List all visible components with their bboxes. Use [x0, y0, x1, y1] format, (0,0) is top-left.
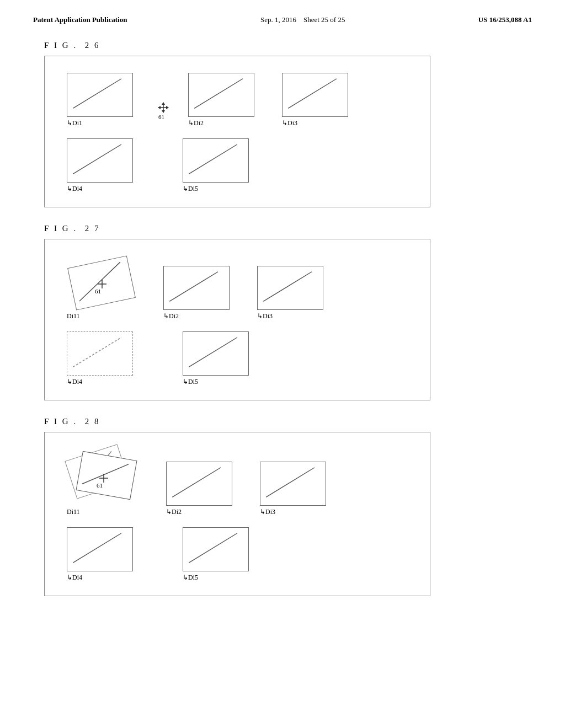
figure-28-section: F I G . 2 8	[33, 417, 532, 596]
fig26-di4-label: ↳Di4	[67, 185, 82, 193]
fig26-di1: ↳Di1	[67, 73, 138, 127]
header-date: Sep. 1, 2016 Sheet 25 of 25	[260, 15, 345, 24]
svg-line-25	[189, 533, 237, 563]
svg-line-24	[73, 533, 121, 563]
fig28-di5-label: ↳Di5	[183, 574, 198, 582]
svg-line-7	[194, 79, 243, 109]
fig28-di3-label: ↳Di3	[260, 508, 275, 516]
svg-marker-4	[162, 110, 165, 113]
header-patent-number: US 16/253,088 A1	[478, 15, 532, 24]
figure-26-label: F I G . 2 6	[44, 41, 532, 50]
svg-line-23	[266, 468, 315, 497]
svg-marker-5	[158, 106, 161, 109]
fig27-di2-label: ↳Di2	[163, 312, 179, 320]
fig27-di3-label: ↳Di3	[257, 312, 273, 320]
figure-26-section: F I G . 2 6 ↳Di1	[33, 41, 532, 207]
fig26-di3-label: ↳Di3	[282, 119, 297, 127]
figure-27-box: 61 Di11 ↳Di2	[44, 239, 430, 400]
fig28-di11-label: Di11	[67, 508, 80, 516]
fig26-di5: ↳Di5	[183, 138, 254, 193]
svg-line-16	[73, 338, 121, 367]
svg-line-9	[73, 144, 121, 174]
svg-line-0	[73, 79, 121, 109]
svg-line-10	[189, 144, 237, 174]
fig28-di4-label: ↳Di4	[67, 574, 82, 582]
fig27-di11-label: Di11	[67, 312, 80, 320]
fig27-di5: ↳Di5	[183, 331, 254, 386]
fig28-di4: ↳Di4	[67, 527, 138, 582]
fig28-di2-label: ↳Di2	[166, 508, 182, 516]
svg-marker-3	[162, 102, 165, 105]
figure-27-label: F I G . 2 7	[44, 224, 532, 233]
page-header: Patent Application Publication Sep. 1, 2…	[0, 0, 565, 30]
fig27-di4: ↳Di4	[67, 331, 138, 386]
fig28-di3: ↳Di3	[260, 462, 332, 516]
fig27-di3: ↳Di3	[257, 266, 329, 320]
header-left: Patent Application Publication	[33, 15, 127, 24]
figure-28-box: 61 Di11 ↳Di2	[44, 432, 430, 596]
fig27-di11: 61 Di11	[67, 256, 147, 320]
svg-marker-6	[166, 106, 169, 109]
figure-28-label: F I G . 2 8	[44, 417, 532, 426]
fig27-di2: ↳Di2	[163, 266, 235, 320]
fig26-di1-label: ↳Di1	[67, 119, 82, 127]
svg-line-8	[288, 79, 337, 109]
fig26-di2-label: ↳Di2	[188, 119, 204, 127]
fig26-di5-label: ↳Di5	[183, 185, 198, 193]
fig26-di4: ↳Di4	[67, 138, 138, 193]
page-content: F I G . 2 6 ↳Di1	[0, 30, 565, 624]
figure-27-section: F I G . 2 7	[33, 224, 532, 400]
fig28-di11: 61 Di11	[67, 449, 150, 516]
fig26-di3: ↳Di3	[282, 73, 354, 127]
svg-line-14	[169, 272, 218, 302]
svg-line-15	[263, 272, 312, 302]
figure-26-box: ↳Di1 61	[44, 56, 430, 207]
fig26-di2: ↳Di2	[188, 73, 260, 127]
fig27-di4-label: ↳Di4	[67, 378, 82, 386]
svg-line-22	[172, 468, 221, 497]
fig28-di5: ↳Di5	[183, 527, 254, 582]
fig27-di5-label: ↳Di5	[183, 378, 198, 386]
svg-line-17	[189, 338, 237, 367]
fig28-di2: ↳Di2	[166, 462, 238, 516]
